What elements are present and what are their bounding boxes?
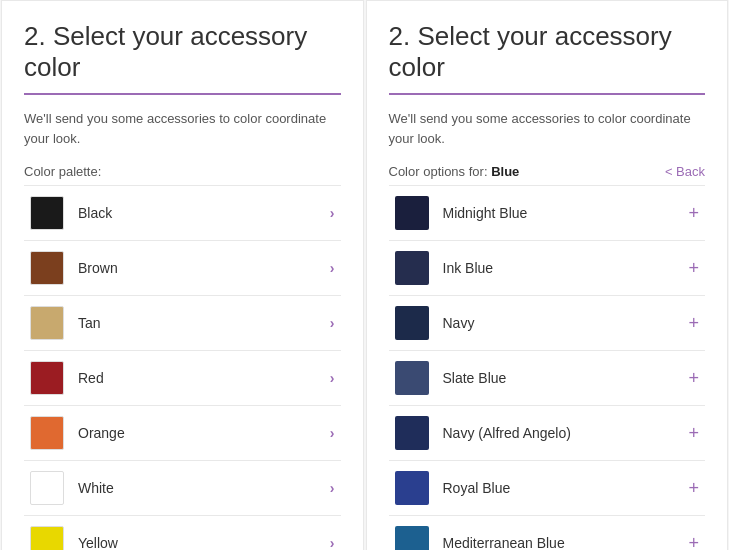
right-color-list: Midnight Blue + Ink Blue + Navy + Slate …	[389, 185, 706, 550]
color-name: Tan	[78, 315, 330, 331]
color-swatch	[395, 526, 429, 550]
right-color-item[interactable]: Royal Blue +	[389, 461, 706, 516]
plus-icon: +	[688, 424, 699, 442]
color-swatch	[30, 526, 64, 550]
palette-label: Color palette:	[24, 164, 341, 179]
back-link[interactable]: < Back	[665, 164, 705, 179]
color-name: Red	[78, 370, 330, 386]
left-color-item[interactable]: Tan ›	[24, 296, 341, 351]
color-swatch	[395, 196, 429, 230]
left-color-item[interactable]: Yellow ›	[24, 516, 341, 550]
plus-icon: +	[688, 479, 699, 497]
color-swatch	[30, 471, 64, 505]
color-name: Black	[78, 205, 330, 221]
left-panel-divider	[24, 93, 341, 95]
chevron-right-icon: ›	[330, 205, 335, 221]
plus-icon: +	[688, 369, 699, 387]
color-swatch	[395, 306, 429, 340]
right-color-item[interactable]: Slate Blue +	[389, 351, 706, 406]
right-color-item[interactable]: Navy +	[389, 296, 706, 351]
right-color-item[interactable]: Midnight Blue +	[389, 186, 706, 241]
color-swatch	[30, 251, 64, 285]
color-options-label: Color options for: Blue	[389, 164, 520, 179]
color-swatch	[30, 416, 64, 450]
left-color-item[interactable]: Brown ›	[24, 241, 341, 296]
left-panel-title: 2. Select your accessory color	[24, 21, 341, 83]
plus-icon: +	[688, 314, 699, 332]
right-color-item[interactable]: Mediterranean Blue +	[389, 516, 706, 550]
left-color-item[interactable]: Orange ›	[24, 406, 341, 461]
chevron-right-icon: ›	[330, 535, 335, 550]
right-panel-title: 2. Select your accessory color	[389, 21, 706, 83]
color-name: Navy (Alfred Angelo)	[443, 425, 689, 441]
color-swatch	[395, 251, 429, 285]
left-panel-subtitle: We'll send you some accessories to color…	[24, 109, 341, 148]
color-swatch	[30, 306, 64, 340]
color-name: White	[78, 480, 330, 496]
color-name: Midnight Blue	[443, 205, 689, 221]
color-swatch	[30, 361, 64, 395]
chevron-right-icon: ›	[330, 370, 335, 386]
color-name: Orange	[78, 425, 330, 441]
color-category-bold: Blue	[491, 164, 519, 179]
right-panel: 2. Select your accessory color We'll sen…	[366, 0, 729, 550]
plus-icon: +	[688, 259, 699, 277]
left-color-list: Black › Brown › Tan › Red › Orange › Whi…	[24, 185, 341, 550]
right-color-item[interactable]: Ink Blue +	[389, 241, 706, 296]
right-panel-subtitle: We'll send you some accessories to color…	[389, 109, 706, 148]
right-panel-divider	[389, 93, 706, 95]
left-panel: 2. Select your accessory color We'll sen…	[1, 0, 364, 550]
color-swatch	[30, 196, 64, 230]
chevron-right-icon: ›	[330, 425, 335, 441]
color-swatch	[395, 471, 429, 505]
left-color-item[interactable]: White ›	[24, 461, 341, 516]
plus-icon: +	[688, 534, 699, 550]
panels-container: 2. Select your accessory color We'll sen…	[0, 0, 729, 550]
color-name: Royal Blue	[443, 480, 689, 496]
color-name: Brown	[78, 260, 330, 276]
color-name: Slate Blue	[443, 370, 689, 386]
color-name: Mediterranean Blue	[443, 535, 689, 550]
chevron-right-icon: ›	[330, 260, 335, 276]
color-options-header: Color options for: Blue < Back	[389, 164, 706, 179]
right-color-item[interactable]: Navy (Alfred Angelo) +	[389, 406, 706, 461]
color-name: Yellow	[78, 535, 330, 550]
left-color-item[interactable]: Black ›	[24, 186, 341, 241]
left-color-item[interactable]: Red ›	[24, 351, 341, 406]
color-name: Ink Blue	[443, 260, 689, 276]
chevron-right-icon: ›	[330, 480, 335, 496]
plus-icon: +	[688, 204, 699, 222]
color-swatch	[395, 361, 429, 395]
chevron-right-icon: ›	[330, 315, 335, 331]
color-swatch	[395, 416, 429, 450]
color-name: Navy	[443, 315, 689, 331]
